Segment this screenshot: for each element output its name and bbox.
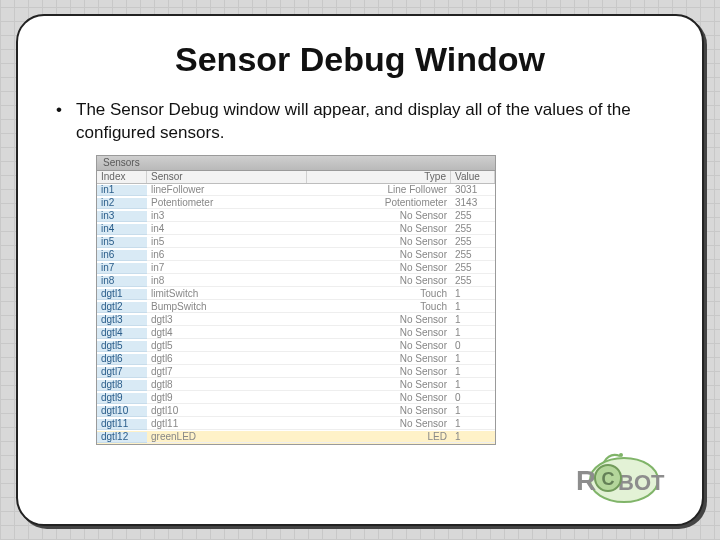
cell-index: dgtl4 [97, 328, 147, 339]
cell-value: 255 [451, 211, 495, 222]
cell-index: in8 [97, 276, 147, 287]
cell-sensor: dgtl8 [147, 380, 307, 391]
cell-sensor: limitSwitch [147, 289, 307, 300]
sensor-debug-panel: Sensors Index Sensor Type Value in1lineF… [96, 155, 496, 445]
cell-sensor: dgtl10 [147, 406, 307, 417]
cell-sensor: greenLED [147, 432, 307, 443]
cell-type: No Sensor [307, 419, 451, 430]
cell-type: No Sensor [307, 211, 451, 222]
cell-index: dgtl11 [97, 419, 147, 430]
cell-type: No Sensor [307, 367, 451, 378]
cell-index: dgtl2 [97, 302, 147, 313]
cell-index: in7 [97, 263, 147, 274]
cell-sensor: dgtl9 [147, 393, 307, 404]
table-row[interactable]: in7in7No Sensor255 [97, 262, 495, 275]
cell-type: No Sensor [307, 354, 451, 365]
col-header-type: Type [307, 171, 451, 183]
col-header-index: Index [97, 171, 147, 183]
table-row[interactable]: in6in6No Sensor255 [97, 249, 495, 262]
cell-sensor: in8 [147, 276, 307, 287]
cell-index: dgtl12 [97, 432, 147, 443]
cell-value: 255 [451, 250, 495, 261]
cell-type: No Sensor [307, 393, 451, 404]
table-row[interactable]: dgtl3dgtl3No Sensor1 [97, 314, 495, 327]
table-row[interactable]: dgtl6dgtl6No Sensor1 [97, 353, 495, 366]
table-row[interactable]: dgtl4dgtl4No Sensor1 [97, 327, 495, 340]
cell-sensor: dgtl6 [147, 354, 307, 365]
cell-value: 3143 [451, 198, 495, 209]
cell-value: 1 [451, 315, 495, 326]
cell-index: in3 [97, 211, 147, 222]
cell-type: No Sensor [307, 341, 451, 352]
cell-sensor: in7 [147, 263, 307, 274]
cell-sensor: dgtl7 [147, 367, 307, 378]
cell-type: No Sensor [307, 263, 451, 274]
table-row[interactable]: dgtl2BumpSwitchTouch1 [97, 301, 495, 314]
cell-value: 1 [451, 367, 495, 378]
col-header-value: Value [451, 171, 495, 183]
svg-text:C: C [602, 469, 615, 489]
table-row[interactable]: in5in5No Sensor255 [97, 236, 495, 249]
cell-index: in1 [97, 185, 147, 196]
table-row[interactable]: in2PotentiometerPotentiometer3143 [97, 197, 495, 210]
cell-type: No Sensor [307, 224, 451, 235]
cell-value: 1 [451, 302, 495, 313]
table-row[interactable]: in4in4No Sensor255 [97, 223, 495, 236]
table-row[interactable]: dgtl8dgtl8No Sensor1 [97, 379, 495, 392]
table-row[interactable]: dgtl12greenLEDLED1 [97, 431, 495, 444]
cell-sensor: dgtl11 [147, 419, 307, 430]
table-row[interactable]: dgtl7dgtl7No Sensor1 [97, 366, 495, 379]
cell-index: dgtl8 [97, 380, 147, 391]
cell-value: 255 [451, 263, 495, 274]
table-row[interactable]: dgtl11dgtl11No Sensor1 [97, 418, 495, 431]
cell-index: in2 [97, 198, 147, 209]
table-row[interactable]: dgtl1limitSwitchTouch1 [97, 288, 495, 301]
table-row[interactable]: in3in3No Sensor255 [97, 210, 495, 223]
cell-sensor: BumpSwitch [147, 302, 307, 313]
bullet-text: The Sensor Debug window will appear, and… [48, 99, 668, 145]
slide-frame: Sensor Debug Window The Sensor Debug win… [16, 14, 704, 526]
cell-type: No Sensor [307, 315, 451, 326]
svg-point-5 [619, 453, 623, 457]
cell-value: 1 [451, 328, 495, 339]
cell-sensor: dgtl3 [147, 315, 307, 326]
col-header-sensor: Sensor [147, 171, 307, 183]
cell-value: 1 [451, 289, 495, 300]
robotc-logo: R BOT C [564, 438, 674, 508]
cell-index: dgtl5 [97, 341, 147, 352]
table-row[interactable]: dgtl5dgtl5No Sensor0 [97, 340, 495, 353]
table-row[interactable]: dgtl10dgtl10No Sensor1 [97, 405, 495, 418]
cell-sensor: lineFollower [147, 185, 307, 196]
cell-type: No Sensor [307, 380, 451, 391]
cell-value: 1 [451, 432, 495, 443]
table-row[interactable]: in1lineFollowerLine Follower3031 [97, 184, 495, 197]
cell-sensor: in4 [147, 224, 307, 235]
cell-sensor: in3 [147, 211, 307, 222]
cell-type: No Sensor [307, 250, 451, 261]
cell-type: Potentiometer [307, 198, 451, 209]
cell-value: 0 [451, 393, 495, 404]
table-row[interactable]: dgtl9dgtl9No Sensor0 [97, 392, 495, 405]
cell-type: Touch [307, 302, 451, 313]
cell-type: No Sensor [307, 406, 451, 417]
table-header: Index Sensor Type Value [97, 171, 495, 184]
svg-text:BOT: BOT [618, 470, 665, 495]
cell-sensor: in6 [147, 250, 307, 261]
cell-value: 1 [451, 406, 495, 417]
cell-index: dgtl3 [97, 315, 147, 326]
cell-type: No Sensor [307, 276, 451, 287]
panel-titlebar: Sensors [97, 156, 495, 171]
cell-index: dgtl1 [97, 289, 147, 300]
table-row[interactable]: in8in8No Sensor255 [97, 275, 495, 288]
cell-type: LED [307, 432, 451, 443]
cell-index: in6 [97, 250, 147, 261]
cell-value: 255 [451, 224, 495, 235]
cell-type: Line Follower [307, 185, 451, 196]
table-body: in1lineFollowerLine Follower3031in2Poten… [97, 184, 495, 444]
svg-text:R: R [576, 465, 596, 496]
cell-value: 0 [451, 341, 495, 352]
cell-index: in5 [97, 237, 147, 248]
cell-value: 1 [451, 380, 495, 391]
cell-value: 255 [451, 237, 495, 248]
cell-type: Touch [307, 289, 451, 300]
